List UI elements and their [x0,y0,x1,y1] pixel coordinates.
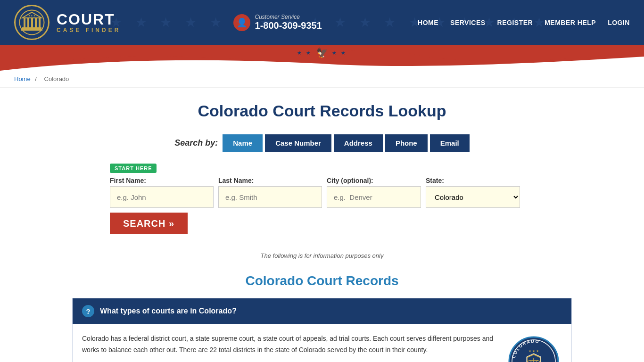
breadcrumb-home[interactable]: Home [14,75,31,82]
state-group: State: Colorado Alabama Alaska Arizona C… [426,177,520,208]
contact-phone: 1-800-309-9351 [255,20,322,31]
svg-rect-1 [24,18,25,27]
last-name-input[interactable] [218,186,322,208]
wave-bar: ★ ★ 🦅 ★ ★ [0,45,644,71]
svg-rect-4 [35,18,37,27]
logo-circle: ★ ★ ★ [14,5,50,40]
svg-rect-5 [39,18,41,27]
svg-rect-3 [31,18,33,27]
colorado-seal: COLORADO ★ ★ ★ ★ ★ ★ [505,333,562,362]
logo-court-text: COURT [57,12,115,27]
svg-text:★ ★ ★: ★ ★ ★ [528,349,539,353]
first-name-label: First Name: [110,177,214,184]
last-name-label: Last Name: [218,177,322,184]
first-name-group: First Name: [110,177,214,208]
faq-paragraph-1: Colorado has a federal district court, a… [82,333,496,356]
logo-text-block: COURT CASE FINDER [50,9,128,36]
city-group: City (optional): [327,177,421,208]
tab-address[interactable]: Address [334,134,383,152]
search-button[interactable]: SEARCH » [110,213,188,234]
person-icon: 👤 [233,14,250,31]
faq-text-0: Colorado has a federal district court, a… [82,333,496,362]
faq-question-text-0: What types of courts are in Colorado? [100,307,237,315]
breadcrumb-current: Colorado [44,75,69,82]
nav-member-help[interactable]: MEMBER HELP [545,19,596,26]
first-name-input[interactable] [110,186,214,208]
breadcrumb-separator: / [35,75,37,82]
nav-home[interactable]: HOME [418,19,438,26]
state-label: State: [426,177,520,184]
svg-rect-2 [27,18,29,27]
section-title: Colorado Court Records [72,273,572,288]
info-note: The following is for information purpose… [72,252,572,259]
city-input[interactable] [327,186,421,208]
search-by-row: Search by: Name Case Number Address Phon… [72,134,572,152]
svg-rect-7 [22,27,41,29]
search-by-label: Search by: [174,138,218,148]
last-name-group: Last Name: [218,177,322,208]
faq-item-0: ? What types of courts are in Colorado? … [72,298,572,362]
faq-body-0: Colorado has a federal district court, a… [73,324,571,362]
state-select[interactable]: Colorado Alabama Alaska Arizona Californ… [426,186,520,208]
main-content: Colorado Court Records Lookup Search by:… [63,88,581,362]
header-nav: HOME SERVICES REGISTER MEMBER HELP LOGIN [418,19,630,26]
tab-case-number[interactable]: Case Number [265,134,331,152]
header-contact: 👤 Customer Service 1-800-309-9351 [233,14,322,31]
faq-question-icon: ? [82,305,94,317]
site-header: ★ ★ ★ ★ ★ ★ ★ ★ ★ ★ ★ ★ ★ ★ ★ ★ ★ ★ ★ ★ … [0,0,644,45]
form-row: First Name: Last Name: City (optional): … [110,177,534,234]
breadcrumb: Home / Colorado [0,71,644,88]
faq-header-0[interactable]: ? What types of courts are in Colorado? [73,298,571,324]
search-form-area: START HERE First Name: Last Name: City (… [110,159,534,244]
logo-area: ★ ★ ★ COURT CASE FINDER [14,5,128,40]
page-title: Colorado Court Records Lookup [72,102,572,120]
svg-text:★ ★ ★: ★ ★ ★ [28,14,36,17]
city-label: City (optional): [327,177,421,184]
logo-finder-text: CASE FINDER [57,27,121,33]
tab-phone[interactable]: Phone [385,134,428,152]
svg-rect-8 [21,29,42,31]
tab-name[interactable]: Name [223,134,263,152]
nav-services[interactable]: SERVICES [450,19,486,26]
contact-label: Customer Service [255,14,322,20]
nav-register[interactable]: REGISTER [497,19,533,26]
nav-login[interactable]: LOGIN [608,19,630,26]
tab-email[interactable]: Email [430,134,470,152]
start-badge: START HERE [110,164,157,173]
